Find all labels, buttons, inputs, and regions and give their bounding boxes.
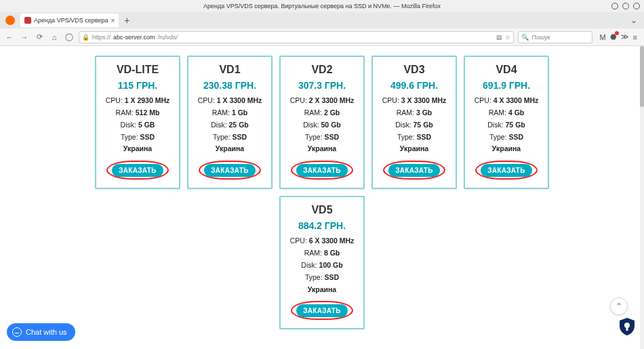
plan-name: VD2 <box>283 64 361 76</box>
plan-specs: CPU: 1 X 2930 MHz RAM: 512 Mb Disk: 5 GB… <box>99 95 176 155</box>
maximize-icon[interactable] <box>622 3 629 9</box>
search-bar[interactable]: 🔍 Пошук <box>518 31 592 43</box>
home-button[interactable]: ⌂ <box>49 32 60 43</box>
window-title: Аренда VPS/VDS сервера. Виртуальные серв… <box>203 3 441 9</box>
shield-icon[interactable]: ◯ <box>64 32 75 43</box>
order-button[interactable]: ЗАКАЗАТЬ <box>388 164 440 177</box>
tab-close-icon[interactable]: × <box>110 17 115 24</box>
new-tab-button[interactable]: + <box>121 15 132 26</box>
order-highlight: ЗАКАЗАТЬ <box>291 161 353 180</box>
url-host: abc-server.com <box>113 34 155 41</box>
tab-overflow-icon[interactable]: ⌄ <box>626 16 641 25</box>
reload-button[interactable]: ⟳ <box>34 32 45 43</box>
browser-tab[interactable]: Аренда VPS/VDS сервера × <box>20 14 119 27</box>
page-content: VD-LITE 115 ГРН. CPU: 1 X 2930 MHz RAM: … <box>0 46 644 349</box>
tab-label: Аренда VPS/VDS сервера <box>34 17 108 24</box>
close-window-icon[interactable] <box>633 3 640 9</box>
plan-price: 230.38 ГРН. <box>191 80 268 91</box>
menu-icon[interactable]: ≡ <box>633 33 637 41</box>
plan-specs: CPU: 6 X 3300 MHz RAM: 8 Gb Disk: 100 Gb… <box>283 235 361 295</box>
reader-mode-icon[interactable]: ▤ <box>496 34 502 41</box>
plan-price: 307.3 ГРН. <box>283 80 361 91</box>
scrollbar-thumb[interactable] <box>640 46 644 107</box>
svg-rect-1 <box>626 327 628 331</box>
plan-price: 115 ГРН. <box>99 80 176 91</box>
browser-tabbar: Аренда VPS/VDS сервера × + ⌄ <box>0 12 644 28</box>
plan-card: VD-LITE 115 ГРН. CPU: 1 X 2930 MHz RAM: … <box>95 56 180 189</box>
order-highlight: ЗАКАЗАТЬ <box>291 301 353 320</box>
bookmark-icon[interactable]: ☆ <box>505 34 510 41</box>
search-placeholder: Пошук <box>531 34 550 41</box>
notification-badge <box>615 31 619 35</box>
back-button[interactable]: ← <box>4 32 15 43</box>
url-path: /ru/vds/ <box>158 34 178 41</box>
firefox-icon <box>5 16 15 25</box>
gmail-icon[interactable]: M <box>599 33 605 41</box>
chat-label: Chat with us <box>26 328 67 336</box>
security-shield-icon[interactable] <box>620 318 635 340</box>
plan-specs: CPU: 1 X 3300 MHz RAM: 1 Gb Disk: 25 Gb … <box>191 95 268 155</box>
plan-card: VD1 230.38 ГРН. CPU: 1 X 3300 MHz RAM: 1… <box>187 56 273 189</box>
order-button[interactable]: ЗАКАЗАТЬ <box>296 304 348 317</box>
plan-name: VD3 <box>376 64 453 76</box>
plan-card: VD3 499.6 ГРН. CPU: 3 X 3300 MHz RAM: 3 … <box>371 56 457 189</box>
plan-card: VD5 884.2 ГРН. CPU: 6 X 3300 MHz RAM: 8 … <box>279 196 365 329</box>
window-controls <box>611 3 640 9</box>
minimize-icon[interactable] <box>611 3 618 9</box>
chat-widget-button[interactable]: Chat with us <box>7 323 75 341</box>
order-highlight: ЗАКАЗАТЬ <box>106 161 169 180</box>
url-bar[interactable]: 🔒 https://abc-server.com/ru/vds/ ▤ ☆ <box>79 31 514 43</box>
navbar-right-icons: M ⬣ ≫ ≡ <box>597 33 640 41</box>
order-button[interactable]: ЗАКАЗАТЬ <box>204 164 256 177</box>
order-highlight: ЗАКАЗАТЬ <box>383 161 445 180</box>
window-titlebar: Аренда VPS/VDS сервера. Виртуальные серв… <box>0 0 644 12</box>
order-highlight: ЗАКАЗАТЬ <box>199 161 261 180</box>
plan-specs: CPU: 4 X 3300 MHz RAM: 4 Gb Disk: 75 Gb … <box>468 95 545 155</box>
plan-name: VD-LITE <box>99 64 176 76</box>
plan-card: VD2 307.3 ГРН. CPU: 2 X 3300 MHz RAM: 2 … <box>279 56 365 189</box>
browser-navbar: ← → ⟳ ⌂ ◯ 🔒 https://abc-server.com/ru/vd… <box>0 28 644 46</box>
forward-button[interactable]: → <box>19 32 30 43</box>
order-button[interactable]: ЗАКАЗАТЬ <box>112 164 163 177</box>
plan-price: 499.6 ГРН. <box>376 80 453 91</box>
plan-price: 691.9 ГРН. <box>468 80 545 91</box>
plan-card: VD4 691.9 ГРН. CPU: 4 X 3300 MHz RAM: 4 … <box>464 56 549 189</box>
lock-icon: 🔒 <box>82 34 89 41</box>
plan-name: VD1 <box>191 64 268 76</box>
plan-price: 884.2 ГРН. <box>283 220 361 231</box>
order-button[interactable]: ЗАКАЗАТЬ <box>296 164 348 177</box>
plan-specs: CPU: 3 X 3300 MHz RAM: 3 Gb Disk: 75 Gb … <box>376 95 453 155</box>
plan-specs: CPU: 2 X 3300 MHz RAM: 2 Gb Disk: 50 Gb … <box>283 95 361 155</box>
extension-icon[interactable]: ⬣ <box>610 33 617 41</box>
plan-name: VD4 <box>468 64 545 76</box>
plan-name: VD5 <box>283 204 361 216</box>
svg-point-0 <box>624 323 630 328</box>
scroll-to-top-button[interactable]: ⌃ <box>610 297 628 315</box>
search-icon: 🔍 <box>521 34 529 41</box>
tab-favicon-icon <box>24 17 31 24</box>
overflow-icon[interactable]: ≫ <box>621 33 629 41</box>
url-prefix: https:// <box>92 34 110 41</box>
plans-grid: VD-LITE 115 ГРН. CPU: 1 X 2930 MHz RAM: … <box>85 56 559 329</box>
order-button[interactable]: ЗАКАЗАТЬ <box>481 164 532 177</box>
chat-bubble-icon <box>12 327 22 337</box>
order-highlight: ЗАКАЗАТЬ <box>475 161 538 180</box>
